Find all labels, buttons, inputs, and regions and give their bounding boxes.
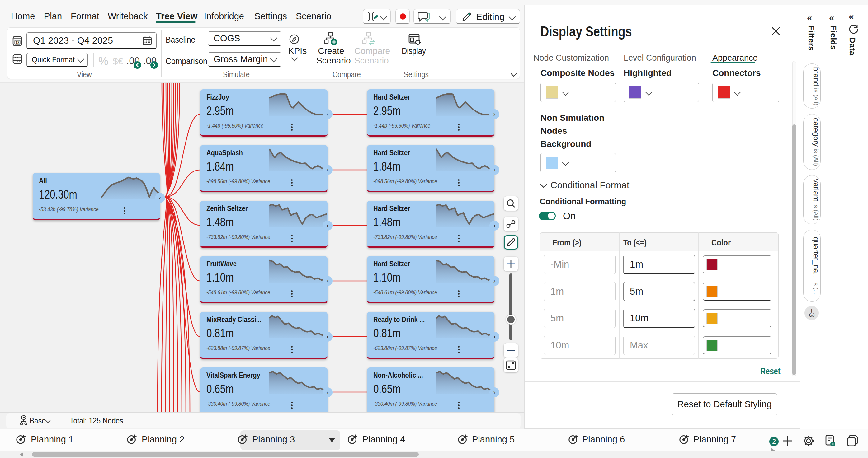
svg-text:18: 18 xyxy=(15,40,20,45)
